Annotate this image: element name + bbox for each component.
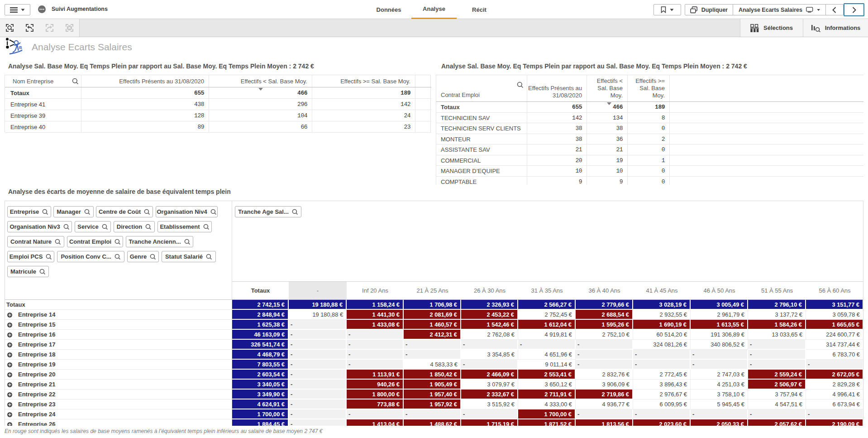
svg-text:I: I — [21, 48, 22, 52]
